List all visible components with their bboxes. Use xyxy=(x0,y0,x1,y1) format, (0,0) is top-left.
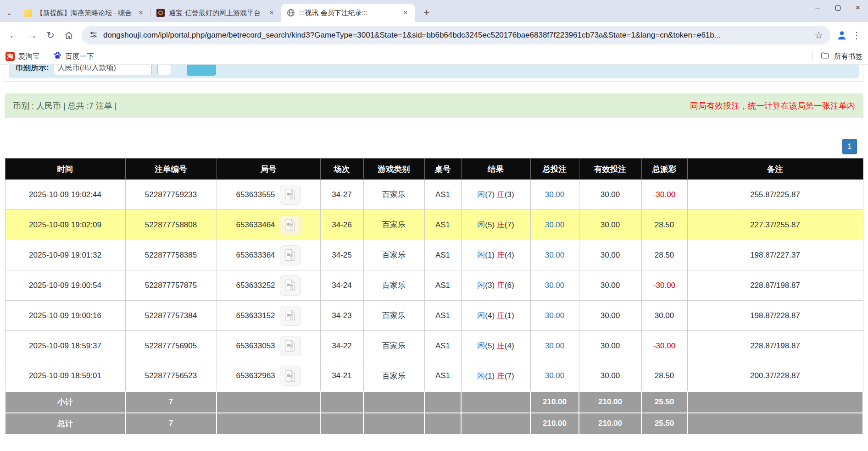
session-cell: 34-23 xyxy=(320,301,363,331)
remark-cell: 228.87/198.87 xyxy=(687,331,863,361)
bet-records-table: 时间注单编号局号场次游戏类别桌号结果总投注有效投注总派彩备注 2025-10-0… xyxy=(5,158,863,435)
video-replay-button[interactable] xyxy=(280,306,301,326)
summary-bar: 币别 : 人民币 | 总共 :7 注单 | 同局有效投注，统一计算在该局第一张注… xyxy=(5,94,863,118)
forward-button[interactable]: → xyxy=(23,26,41,44)
result-cell: 闲(5) 庄(7) xyxy=(461,210,530,240)
column-header: 局号 xyxy=(217,159,320,180)
baidu-paw-icon xyxy=(53,51,62,62)
bookmark-label: 爱淘宝 xyxy=(18,52,40,61)
tab-close-icon[interactable]: × xyxy=(267,9,276,17)
footer-cell xyxy=(461,413,530,434)
result-banker-label: 庄 xyxy=(497,281,505,290)
round-number: 653633252 xyxy=(236,281,275,290)
tab-bet-records-active[interactable]: :::视讯 会员下注纪录::: × xyxy=(281,4,415,22)
total-bet-cell: 30.00 xyxy=(530,240,579,270)
search-button[interactable] xyxy=(187,65,216,76)
video-replay-button[interactable] xyxy=(280,215,301,235)
bookmark-label: 百度一下 xyxy=(66,52,94,61)
round-cell: 653633364 xyxy=(217,240,320,270)
payout-cell: 28.50 xyxy=(641,361,687,391)
tab-strip: ⌄ 【新提醒】海燕策略论坛 - 综合 × 通宝-信誉最好的网上游戏平台 × ::… xyxy=(0,0,868,22)
valid-bet-cell: 30.00 xyxy=(579,210,641,240)
total-bet-cell: 30.00 xyxy=(530,301,579,331)
taobao-icon: 淘 xyxy=(6,52,15,61)
total-bet-cell: 30.00 xyxy=(530,180,579,210)
bet-no-cell: 522877756523 xyxy=(125,361,217,391)
result-player-value: (1) xyxy=(485,372,495,380)
table-row: 2025-10-09 19:00:16522877757384653633152… xyxy=(5,301,863,331)
table-no-cell: AS1 xyxy=(424,361,461,391)
tab-close-icon[interactable]: × xyxy=(137,9,145,17)
tab-close-icon[interactable]: × xyxy=(401,9,410,17)
session-cell: 34-22 xyxy=(320,331,363,361)
table-row: 2025-10-09 19:01:32522877758385653633364… xyxy=(5,240,863,270)
reload-button[interactable]: ↻ xyxy=(41,26,60,44)
time-cell: 2025-10-09 19:02:09 xyxy=(5,210,125,240)
column-header: 桌号 xyxy=(424,159,461,180)
footer-cell: 210.00 xyxy=(579,413,641,434)
payout-cell: 28.50 xyxy=(641,240,687,270)
video-replay-button[interactable] xyxy=(280,185,301,205)
bookmark-star-icon[interactable]: ☆ xyxy=(814,30,823,41)
tab-forum[interactable]: 【新提醒】海燕策略论坛 - 综合 × xyxy=(18,4,150,22)
result-banker-value: (4) xyxy=(505,251,514,259)
valid-bet-cell: 30.00 xyxy=(579,301,641,331)
session-cell: 34-24 xyxy=(320,270,363,301)
site-settings-icon[interactable] xyxy=(89,30,98,41)
window-controls: – × xyxy=(807,0,868,16)
result-banker-label: 庄 xyxy=(497,372,505,380)
column-header: 注单编号 xyxy=(125,159,217,180)
video-replay-button[interactable] xyxy=(280,366,301,386)
url-text[interactable]: dongshouji.com/ipl/portal.php/game/betre… xyxy=(103,31,809,40)
video-replay-button[interactable] xyxy=(280,336,301,356)
currency-select[interactable]: 人民币(出/入款项) xyxy=(54,65,152,75)
window-close-button[interactable]: × xyxy=(848,0,868,16)
footer-cell: 7 xyxy=(125,413,217,434)
profile-avatar[interactable] xyxy=(834,28,850,43)
tab-tongbao[interactable]: 通宝-信誉最好的网上游戏平台 × xyxy=(151,4,281,22)
footer-cell: 25.50 xyxy=(641,391,687,413)
currency-filter-label: 币别所示: xyxy=(15,65,49,73)
table-foot: 小计7210.00210.0025.50总计7210.00210.0025.50 xyxy=(5,391,863,434)
minimize-button[interactable]: – xyxy=(807,0,828,16)
bookmarks-divider xyxy=(812,52,813,61)
browser-menu-icon[interactable]: ⋮ xyxy=(850,28,863,43)
all-bookmarks-label[interactable]: 所有书签 xyxy=(834,52,862,61)
session-cell: 34-26 xyxy=(320,210,363,240)
session-cell: 34-27 xyxy=(320,180,363,210)
home-button[interactable] xyxy=(60,26,78,44)
result-player-value: (1) xyxy=(485,251,495,259)
video-replay-button[interactable] xyxy=(280,275,301,296)
page-1-button[interactable]: 1 xyxy=(842,139,857,154)
result-banker-label: 庄 xyxy=(497,341,505,350)
result-player-label: 闲 xyxy=(477,251,485,259)
time-cell: 2025-10-09 19:01:32 xyxy=(5,240,125,270)
result-cell: 闲(1) 庄(7) xyxy=(461,361,530,391)
address-bar[interactable]: dongshouji.com/ipl/portal.php/game/betre… xyxy=(82,26,830,44)
result-banker-value: (3) xyxy=(505,190,514,199)
footer-cell: 总计 xyxy=(5,413,125,434)
footer-cell xyxy=(217,413,320,434)
maximize-button[interactable] xyxy=(828,0,848,16)
bet-no-cell: 522877759233 xyxy=(125,180,217,210)
table-row: 2025-10-09 19:02:09522877758808653633464… xyxy=(5,210,863,240)
bookmark-taobao[interactable]: 淘 爱淘宝 xyxy=(6,52,40,61)
bet-no-cell: 522877757384 xyxy=(125,301,217,331)
select-dropdown-box[interactable] xyxy=(157,65,171,75)
bookmark-baidu[interactable]: 百度一下 xyxy=(53,51,94,62)
table-no-cell: AS1 xyxy=(424,301,461,331)
subtotal-row: 小计7210.00210.0025.50 xyxy=(5,391,863,413)
valid-bet-cell: 30.00 xyxy=(579,270,641,301)
result-player-label: 闲 xyxy=(477,341,485,350)
video-replay-button[interactable] xyxy=(280,245,301,265)
new-tab-button[interactable]: + xyxy=(419,5,434,21)
valid-bet-cell: 30.00 xyxy=(579,240,641,270)
game-type-cell: 百家乐 xyxy=(363,270,424,301)
round-number: 653633555 xyxy=(236,190,275,199)
back-button[interactable]: ← xyxy=(5,26,23,44)
tab-search-chevron-icon[interactable]: ⌄ xyxy=(0,4,18,22)
result-banker-value: (7) xyxy=(505,220,514,229)
remark-cell: 200.37/228.87 xyxy=(687,361,863,391)
round-cell: 653633464 xyxy=(217,210,320,240)
result-banker-label: 庄 xyxy=(497,190,505,199)
